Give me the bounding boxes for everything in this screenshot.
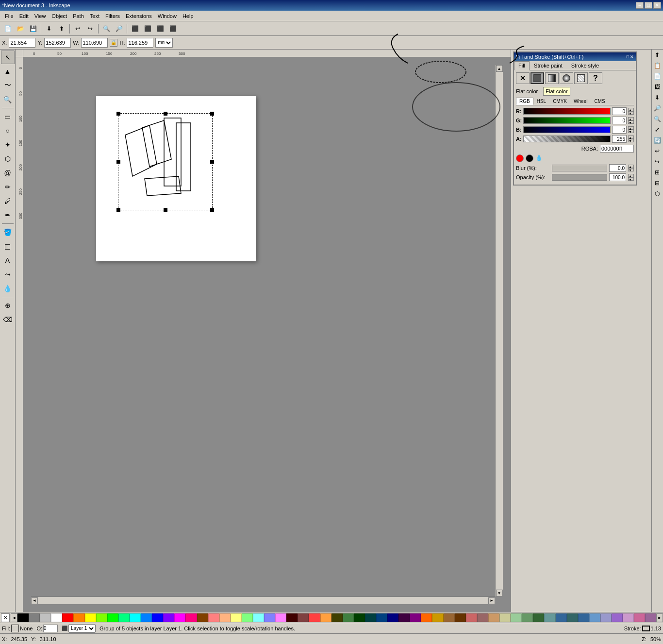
spiral-tool[interactable]: @ bbox=[1, 166, 15, 180]
palette-color-6[interactable] bbox=[85, 613, 96, 622]
fsp-min[interactable]: _ bbox=[623, 54, 626, 59]
ris-btn-13[interactable]: ⊟ bbox=[652, 178, 663, 188]
hscroll-left[interactable]: ◄ bbox=[31, 597, 38, 604]
redo-button[interactable]: ↪ bbox=[84, 23, 96, 34]
a-spin-down[interactable]: ▼ bbox=[628, 139, 634, 142]
palette-color-41[interactable] bbox=[477, 613, 488, 622]
palette-color-9[interactable] bbox=[118, 613, 130, 622]
connector-tool[interactable]: ⤳ bbox=[1, 268, 15, 281]
save-button[interactable]: 💾 bbox=[27, 23, 39, 34]
color-flat-button[interactable] bbox=[530, 72, 544, 84]
r-spin-down[interactable]: ▼ bbox=[628, 111, 634, 115]
palette-color-10[interactable] bbox=[130, 613, 141, 622]
ris-btn-14[interactable]: ⬡ bbox=[652, 188, 663, 199]
opacity-value[interactable] bbox=[609, 173, 626, 181]
ris-btn-9[interactable]: 🔄 bbox=[652, 135, 663, 146]
new-button[interactable]: 📄 bbox=[2, 23, 14, 34]
unit-select[interactable]: mm px pt in bbox=[155, 38, 173, 48]
ris-btn-7[interactable]: 🔍 bbox=[652, 114, 663, 124]
palette-color-8[interactable] bbox=[107, 613, 118, 622]
x-input[interactable] bbox=[9, 38, 35, 48]
palette-color-42[interactable] bbox=[488, 613, 499, 622]
palette-color-34[interactable] bbox=[398, 613, 410, 622]
canvas-area[interactable]: 0 50 100 150 200 250 300 0 50 100 150 20… bbox=[16, 50, 511, 612]
palette-color-48[interactable] bbox=[556, 613, 567, 622]
zoom-tool[interactable]: 🔍 bbox=[1, 93, 15, 106]
palette-color-28[interactable] bbox=[332, 613, 343, 622]
calligraphy-tool[interactable]: ✒ bbox=[1, 208, 15, 222]
palette-color-17[interactable] bbox=[208, 613, 219, 622]
gradient-tool[interactable]: ▥ bbox=[1, 239, 15, 253]
palette-color-14[interactable] bbox=[174, 613, 185, 622]
palette-color-13[interactable] bbox=[163, 613, 174, 622]
palette-color-32[interactable] bbox=[376, 613, 387, 622]
palette-color-43[interactable] bbox=[499, 613, 511, 622]
a-value[interactable] bbox=[612, 135, 627, 143]
palette-color-47[interactable] bbox=[544, 613, 555, 622]
palette-right[interactable]: ► bbox=[656, 613, 663, 622]
ris-btn-5[interactable]: ⬇ bbox=[652, 92, 663, 103]
distribute-button[interactable]: ⬛ bbox=[167, 23, 179, 34]
palette-color-49[interactable] bbox=[567, 613, 578, 622]
zoom-out-button[interactable]: 🔎 bbox=[113, 23, 125, 34]
vertical-scrollbar[interactable]: ▲ ▼ bbox=[495, 65, 503, 596]
ris-btn-11[interactable]: ↪ bbox=[652, 156, 663, 167]
model-hsl[interactable]: HSL bbox=[533, 98, 549, 105]
canvas-viewport[interactable]: ▲ ▼ ◄ ► bbox=[23, 57, 503, 604]
rect-tool[interactable]: ▭ bbox=[1, 110, 15, 123]
zoom-in-button[interactable]: 🔍 bbox=[100, 23, 112, 34]
lock-proportions-button[interactable]: 🔒 bbox=[110, 39, 117, 47]
color-radial-button[interactable] bbox=[560, 72, 573, 84]
y-input[interactable] bbox=[44, 38, 71, 48]
layer-select[interactable]: Layer 1 bbox=[68, 624, 96, 633]
palette-color-7[interactable] bbox=[96, 613, 107, 622]
open-button[interactable]: 📂 bbox=[15, 23, 26, 34]
model-cms[interactable]: CMS bbox=[591, 98, 608, 105]
rgba-hex-input[interactable] bbox=[600, 145, 634, 153]
palette-color-33[interactable] bbox=[387, 613, 398, 622]
g-spin-down[interactable]: ▼ bbox=[628, 120, 634, 124]
blur-spin-up[interactable]: ▲ bbox=[628, 165, 634, 168]
stroke-color-box[interactable] bbox=[642, 626, 650, 631]
opacity-slider[interactable] bbox=[552, 174, 607, 181]
palette-color-45[interactable] bbox=[522, 613, 533, 622]
tab-stroke-style[interactable]: Stroke style bbox=[567, 61, 603, 70]
ris-btn-4[interactable]: 🖼 bbox=[652, 82, 663, 92]
palette-color-26[interactable] bbox=[309, 613, 320, 622]
palette-color-0[interactable] bbox=[17, 613, 29, 622]
palette-color-52[interactable] bbox=[600, 613, 612, 622]
palette-color-55[interactable] bbox=[634, 613, 645, 622]
align-center-button[interactable]: ⬛ bbox=[142, 23, 153, 34]
opacity-spin-up[interactable]: ▲ bbox=[628, 174, 634, 177]
palette-color-38[interactable] bbox=[444, 613, 455, 622]
undo-button[interactable]: ↩ bbox=[72, 23, 83, 34]
fsp-close[interactable]: ✕ bbox=[630, 54, 634, 59]
palette-color-24[interactable] bbox=[286, 613, 298, 622]
vscroll-down[interactable]: ▼ bbox=[496, 590, 503, 596]
dropper-tool[interactable]: 💧 bbox=[1, 282, 15, 295]
a-spin-up[interactable]: ▲ bbox=[628, 136, 634, 139]
tab-fill[interactable]: Fill bbox=[514, 61, 530, 70]
ris-btn-12[interactable]: ⊞ bbox=[652, 167, 663, 178]
palette-color-22[interactable] bbox=[264, 613, 275, 622]
palette-color-27[interactable] bbox=[320, 613, 332, 622]
spray-tool[interactable]: ⊕ bbox=[1, 299, 15, 312]
minimize-button[interactable]: – bbox=[636, 2, 644, 9]
color-unknown-button[interactable]: ? bbox=[589, 72, 602, 84]
opacity-spin-down[interactable]: ▼ bbox=[628, 177, 634, 181]
menu-object[interactable]: Object bbox=[49, 12, 70, 20]
color-none-button[interactable]: ✕ bbox=[516, 72, 530, 84]
menu-extensions[interactable]: Extensions bbox=[123, 12, 155, 20]
palette-color-30[interactable] bbox=[354, 613, 365, 622]
palette-color-50[interactable] bbox=[578, 613, 589, 622]
menu-file[interactable]: File bbox=[2, 12, 17, 20]
palette-color-25[interactable] bbox=[298, 613, 309, 622]
ris-btn-10[interactable]: ↩ bbox=[652, 146, 663, 156]
ris-btn-3[interactable]: 📄 bbox=[652, 71, 663, 82]
palette-color-20[interactable] bbox=[242, 613, 253, 622]
palette-color-56[interactable] bbox=[645, 613, 656, 622]
model-cmyk[interactable]: CMYK bbox=[549, 98, 570, 105]
palette-color-44[interactable] bbox=[511, 613, 522, 622]
r-value[interactable] bbox=[612, 107, 627, 115]
palette-color-18[interactable] bbox=[219, 613, 231, 622]
